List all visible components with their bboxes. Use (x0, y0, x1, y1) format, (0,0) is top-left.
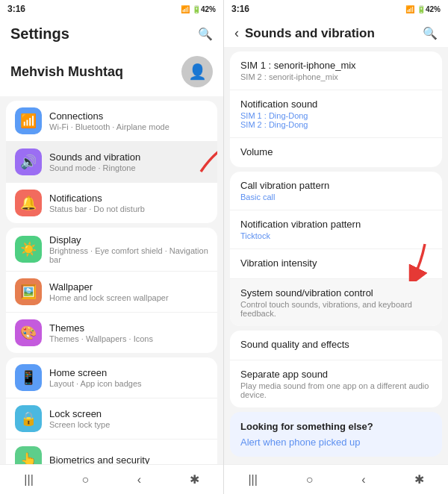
connections-title: Connections (49, 110, 208, 122)
display-icon: ☀️ (15, 236, 42, 263)
right-bottom-nav: ||| ○ ‹ ✱ (224, 464, 448, 494)
settings-item-display[interactable]: ☀️ Display Brightness · Eye comfort shie… (6, 228, 217, 272)
right-status-icons: 📶 🔋42% (405, 5, 441, 13)
right-nav-home[interactable]: ○ (306, 473, 314, 487)
connections-subtitle: Wi-Fi · Bluetooth · Airplane mode (49, 122, 208, 131)
wallpaper-title: Wallpaper (49, 281, 208, 293)
system-sound-sub: Control touch sounds, vibrations, and ke… (240, 300, 432, 318)
left-bottom-nav: ||| ○ ‹ ✱ (0, 464, 223, 494)
notification-sound-item[interactable]: Notification sound SIM 1 : Ding-Dong SIM… (230, 90, 442, 138)
search-icon[interactable]: 🔍 (198, 27, 213, 41)
sounds-title: Sounds and vibration (49, 151, 208, 163)
volume-title: Volume (240, 146, 432, 157)
nav-back-btn[interactable]: ‹ (137, 473, 141, 487)
left-time: 3:16 (7, 4, 25, 14)
themes-title: Themes (49, 322, 208, 334)
sounds-text: Sounds and vibration Sound mode · Ringto… (49, 151, 208, 172)
right-header-left: ‹ Sounds and vibration (234, 25, 375, 41)
settings-group-2: ☀️ Display Brightness · Eye comfort shie… (6, 228, 217, 353)
sounds-subtitle: Sound mode · Ringtone (49, 163, 208, 172)
right-header: ‹ Sounds and vibration 🔍 (224, 18, 448, 47)
vibration-group: Call vibration pattern Basic call Notifi… (230, 172, 442, 326)
settings-item-notifications[interactable]: 🔔 Notifications Status bar · Do not dist… (6, 183, 217, 223)
settings-item-themes[interactable]: 🎨 Themes Themes · Wallpapers · Icons (6, 313, 217, 353)
wallpaper-icon: 🖼️ (15, 278, 42, 305)
settings-item-biometrics[interactable]: 👆 Biometrics and security (6, 440, 217, 464)
homescreen-text: Home screen Layout · App icon badges (49, 367, 208, 388)
notifications-title: Notifications (49, 193, 208, 204)
call-vibration-title: Call vibration pattern (240, 180, 432, 191)
lockscreen-text: Lock screen Screen lock type (49, 408, 208, 429)
ringtone-group: SIM 1 : senorit-iphone_mix SIM 2 : senor… (230, 51, 442, 167)
lockscreen-title: Lock screen (49, 408, 208, 419)
looking-title: Looking for something else? (240, 421, 432, 432)
left-status-bar: 3:16 📶 🔋42% (0, 0, 223, 18)
notifications-text: Notifications Status bar · Do not distur… (49, 193, 208, 213)
looking-link[interactable]: Alert when phone picked up (240, 437, 432, 448)
system-sound-title: System sound/vibration control (240, 287, 432, 298)
right-signal-icon: 📶 (405, 5, 414, 13)
notifications-subtitle: Status bar · Do not disturb (49, 204, 208, 213)
profile-section[interactable]: Mehvish Mushtaq 👤 (0, 49, 223, 96)
right-nav-recents[interactable]: ||| (248, 473, 257, 487)
biometrics-icon: 👆 (15, 446, 42, 464)
wallpaper-subtitle: Home and lock screen wallpaper (49, 293, 208, 302)
left-header: Settings 🔍 (0, 18, 223, 49)
sound-quality-item[interactable]: Sound quality and effects (230, 331, 442, 360)
vibration-intensity-item[interactable]: Vibration intensity (230, 249, 442, 279)
display-subtitle: Brightness · Eye comfort shield · Naviga… (49, 246, 208, 264)
right-panel: 3:16 📶 🔋42% ‹ Sounds and vibration 🔍 SIM… (224, 0, 448, 494)
display-title: Display (49, 234, 208, 246)
right-search-icon[interactable]: 🔍 (423, 26, 438, 40)
sounds-list: SIM 1 : senorit-iphone_mix SIM 2 : senor… (224, 47, 448, 464)
separate-app-title: Separate app sound (240, 369, 432, 380)
sim-ringtone-item[interactable]: SIM 1 : senorit-iphone_mix SIM 2 : senor… (230, 51, 442, 90)
homescreen-subtitle: Layout · App icon badges (49, 379, 208, 388)
sounds-vibration-title: Sounds and vibration (245, 26, 375, 41)
signal-icon: 📶 (181, 5, 190, 13)
settings-item-homescreen[interactable]: 📱 Home screen Layout · App icon badges (6, 357, 217, 398)
separate-app-sub: Play media sound from one app on a diffe… (240, 381, 432, 399)
themes-subtitle: Themes · Wallpapers · Icons (49, 334, 208, 343)
right-nav-extra[interactable]: ✱ (414, 472, 424, 487)
left-status-icons: 📶 🔋42% (181, 5, 216, 13)
nav-home-btn[interactable]: ○ (81, 473, 89, 487)
battery-icon: 🔋42% (192, 5, 216, 13)
settings-item-lockscreen[interactable]: 🔒 Lock screen Screen lock type (6, 398, 217, 440)
system-sound-item[interactable]: System sound/vibration control Control t… (230, 279, 442, 326)
settings-item-connections[interactable]: 📶 Connections Wi-Fi · Bluetooth · Airpla… (6, 101, 217, 142)
sim-ringtone-title: SIM 1 : senorit-iphone_mix (240, 60, 432, 71)
settings-title: Settings (10, 25, 69, 43)
notification-sound-title: Notification sound (240, 99, 432, 110)
homescreen-icon: 📱 (15, 364, 42, 391)
display-text: Display Brightness · Eye comfort shield … (49, 234, 208, 264)
settings-list: 📶 Connections Wi-Fi · Bluetooth · Airpla… (0, 101, 223, 464)
right-nav-back[interactable]: ‹ (361, 473, 365, 487)
nav-recents-btn[interactable]: ||| (24, 473, 33, 487)
right-battery-icon: 🔋42% (417, 5, 441, 13)
settings-group-3: 📱 Home screen Layout · App icon badges 🔒… (6, 357, 217, 464)
call-vibration-sub: Basic call (240, 193, 432, 201)
extra-group: Sound quality and effects Separate app s… (230, 331, 442, 407)
notification-vibration-item[interactable]: Notification vibration pattern Ticktock (230, 210, 442, 249)
connections-icon: 📶 (15, 107, 42, 134)
notification-sim1-sub: SIM 1 : Ding-Dong (240, 111, 432, 120)
notifications-icon: 🔔 (15, 190, 42, 216)
themes-text: Themes Themes · Wallpapers · Icons (49, 322, 208, 343)
sound-quality-title: Sound quality and effects (240, 339, 432, 350)
homescreen-title: Home screen (49, 367, 208, 378)
settings-item-wallpaper[interactable]: 🖼️ Wallpaper Home and lock screen wallpa… (6, 272, 217, 313)
nav-extra-btn[interactable]: ✱ (190, 472, 199, 487)
looking-card: Looking for something else? Alert when p… (230, 412, 442, 457)
notification-vibration-sub: Ticktock (240, 231, 432, 240)
connections-text: Connections Wi-Fi · Bluetooth · Airplane… (49, 110, 208, 131)
back-button[interactable]: ‹ (234, 25, 239, 41)
separate-app-sound-item[interactable]: Separate app sound Play media sound from… (230, 360, 442, 407)
right-time: 3:16 (231, 4, 249, 14)
biometrics-title: Biometrics and security (49, 454, 208, 465)
lockscreen-icon: 🔒 (15, 405, 42, 432)
volume-item[interactable]: Volume (230, 138, 442, 167)
call-vibration-item[interactable]: Call vibration pattern Basic call (230, 172, 442, 210)
settings-item-sounds[interactable]: 🔊 Sounds and vibration Sound mode · Ring… (6, 142, 217, 183)
notification-sim2-sub: SIM 2 : Ding-Dong (240, 120, 432, 129)
